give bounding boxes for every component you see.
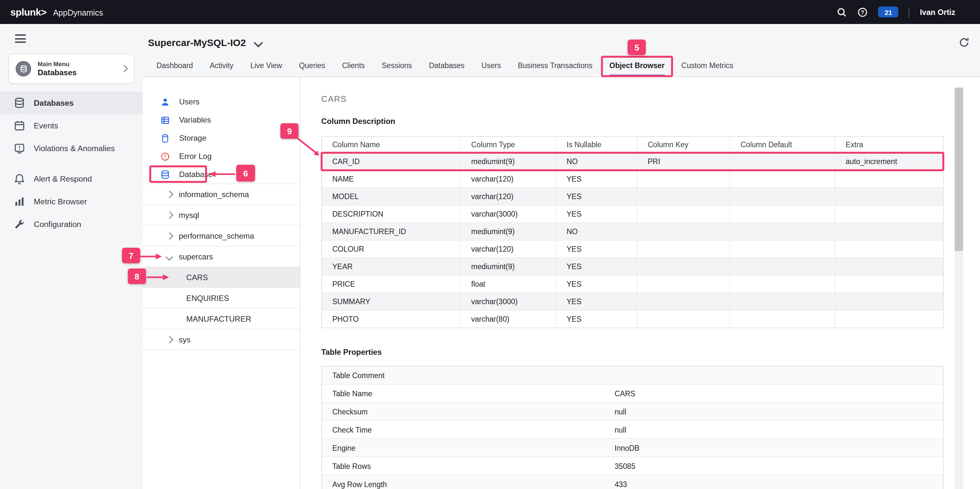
table-row[interactable]: SUMMARY varchar(3000) YES [322, 292, 943, 310]
prop-key: Engine [322, 444, 615, 452]
help-icon[interactable]: ? [858, 7, 868, 17]
cell-is-nullable: YES [556, 206, 637, 222]
table-row[interactable]: COLOUR varchar(120) YES [322, 240, 943, 257]
chevron-right-icon [166, 211, 173, 218]
cell-column-key [637, 293, 730, 310]
tab-users[interactable]: Users [482, 56, 501, 76]
sidebar-item-violations-anomalies[interactable]: Violations & Anomalies [0, 137, 143, 160]
cell-is-nullable: NO [556, 153, 637, 170]
explorer-item-error-log[interactable]: Error Log [143, 147, 300, 165]
tree-item-label: mysql [179, 210, 199, 219]
column-header: Column Key [637, 137, 730, 152]
cell-extra [835, 171, 943, 187]
table-row[interactable]: MODEL varchar(120) YES [322, 187, 943, 205]
explorer-item-label: Database [179, 170, 213, 179]
menu-card-eyebrow: Main Menu [38, 60, 76, 67]
scrollbar-thumb[interactable] [955, 87, 963, 251]
explorer-item-label: Variables [179, 116, 211, 124]
sidebar-item-configuration[interactable]: Configuration [0, 213, 143, 235]
tab-databases[interactable]: Databases [429, 56, 465, 76]
variables-icon [160, 115, 170, 125]
search-icon[interactable] [837, 7, 847, 17]
sidebar-item-metric-browser[interactable]: Metric Browser [0, 190, 143, 213]
scrollbar[interactable] [955, 87, 963, 489]
cell-column-key [637, 171, 730, 187]
cell-is-nullable: NO [556, 223, 637, 240]
tab-custom-metrics[interactable]: Custom Metrics [681, 56, 733, 76]
table-row[interactable]: PHOTO varchar(80) YES [322, 310, 943, 327]
sidebar-item-label: Metric Browser [34, 197, 87, 206]
cell-is-nullable: YES [556, 171, 637, 187]
user-name[interactable]: Ivan Ortiz [920, 8, 955, 16]
tree-item-performance-schema[interactable]: performance_schema [143, 225, 300, 246]
sidebar-item-alert-respond[interactable]: Alert & Respond [0, 167, 143, 190]
column-description-table: Column Name Column Type Is Nullable Colu… [321, 136, 943, 328]
chevron-down-icon[interactable] [254, 38, 263, 47]
column-header: Is Nullable [556, 137, 637, 152]
tab-business-transactions[interactable]: Business Transactions [518, 56, 593, 76]
tree-item-supercars[interactable]: supercars 7 [143, 246, 300, 267]
cell-column-name: PHOTO [322, 311, 461, 327]
sidebar-item-label: Databases [34, 98, 74, 107]
tab-sessions[interactable]: Sessions [382, 56, 412, 76]
tree-item-information-schema[interactable]: information_schema [143, 184, 300, 204]
cell-extra [835, 206, 943, 222]
explorer-item-users[interactable]: Users [143, 93, 300, 111]
table-row-car-id[interactable]: CAR_ID mediumint(9) NO PRI auto_incremen… [322, 152, 943, 170]
table-header-row: Column Name Column Type Is Nullable Colu… [322, 137, 943, 152]
page-header: Supercar-MySQL-IO2 [143, 24, 980, 52]
table-row[interactable]: PRICE float YES [322, 275, 943, 292]
refresh-icon[interactable] [959, 37, 970, 48]
prop-key: Checksum [322, 408, 615, 415]
explorer-item-storage[interactable]: Storage [143, 129, 300, 147]
sidebar-item-events[interactable]: Events [0, 114, 143, 137]
explorer-item-database[interactable]: Database 6 [143, 165, 300, 184]
cell-column-name: PRICE [322, 276, 461, 292]
prop-value: 433 [615, 480, 943, 488]
tree-item-manufacturer[interactable]: MANUFACTURER [143, 308, 300, 329]
cell-column-name: COLOUR [322, 241, 461, 257]
cell-column-type: float [461, 276, 556, 292]
sidebar-item-databases[interactable]: Databases [0, 91, 143, 114]
notification-badge[interactable]: 21 [878, 6, 899, 17]
cell-column-name: DESCRIPTION [322, 206, 461, 222]
cell-is-nullable: YES [556, 311, 637, 327]
hamburger-menu-icon[interactable] [15, 32, 26, 45]
prop-row: Engine InnoDB [322, 438, 943, 457]
cell-column-default [730, 206, 835, 222]
sidebar-gap [0, 160, 143, 167]
table-row[interactable]: DESCRIPTION varchar(3000) YES [322, 205, 943, 222]
splunk-logo-text: splunk [10, 6, 41, 17]
tab-live-view[interactable]: Live View [250, 56, 282, 76]
cell-is-nullable: YES [556, 258, 637, 275]
tree-item-sys[interactable]: sys [143, 329, 300, 350]
cell-column-key [637, 311, 730, 327]
tree-item-label: information_schema [179, 190, 249, 199]
sidebar-item-label: Configuration [34, 219, 81, 229]
prop-value: CARS [615, 389, 943, 397]
table-row[interactable]: YEAR mediumint(9) YES [322, 257, 943, 275]
chevron-right-icon [166, 191, 173, 197]
prop-row: Avg Row Length 433 [322, 475, 943, 489]
explorer-item-variables[interactable]: Variables [143, 111, 300, 129]
tab-dashboard[interactable]: Dashboard [156, 56, 193, 76]
tab-object-browser[interactable]: Object Browser 5 [609, 56, 665, 76]
storage-icon [160, 133, 170, 143]
cell-extra [835, 188, 943, 205]
cell-column-name: YEAR [322, 258, 461, 275]
cell-is-nullable: YES [556, 293, 637, 310]
main-menu-card[interactable]: Main Menu Databases [8, 54, 134, 84]
column-description-heading: Column Description [321, 117, 980, 126]
tree-item-mysql[interactable]: mysql [143, 204, 300, 225]
prop-row: Table Comment [322, 367, 943, 384]
prop-row: Check Time null [322, 420, 943, 438]
tab-clients[interactable]: Clients [342, 56, 365, 76]
tree-item-cars[interactable]: CARS 8 [143, 267, 300, 287]
tab-activity[interactable]: Activity [210, 56, 234, 76]
cell-column-type: varchar(3000) [461, 206, 556, 222]
cell-is-nullable: YES [556, 241, 637, 257]
tree-item-enquiries[interactable]: ENQUIRIES [143, 287, 300, 308]
tab-queries[interactable]: Queries [299, 56, 325, 76]
table-row[interactable]: MANUFACTURER_ID mediumint(9) NO [322, 222, 943, 240]
table-row[interactable]: NAME varchar(120) YES [322, 170, 943, 187]
